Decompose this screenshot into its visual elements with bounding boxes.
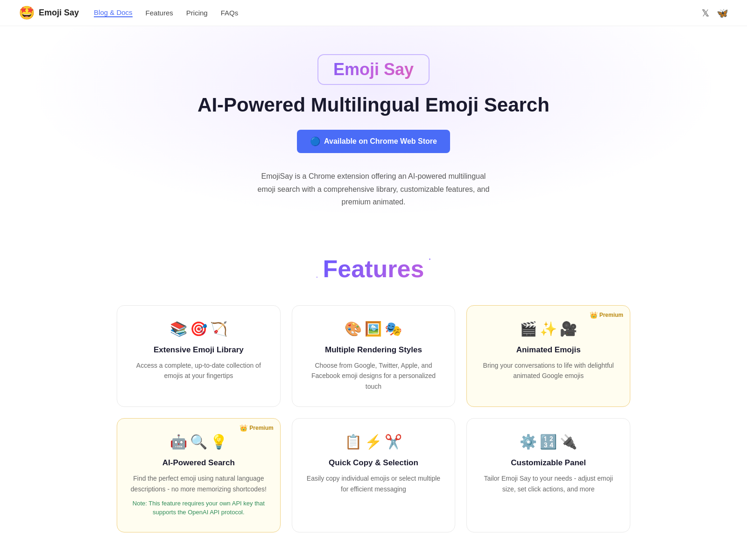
premium-star-ai-icon: 👑 [240, 424, 247, 432]
nav-link-blog[interactable]: Blog & Docs [94, 8, 133, 17]
card-customizable-panel: ⚙️ 🔢 🔌 Customizable Panel Tailor Emoji S… [466, 418, 630, 532]
card-ai-search: 👑 Premium 🤖 🔍 💡 AI-Powered Search Find t… [117, 418, 281, 532]
card-title-ai: AI-Powered Search [130, 458, 267, 468]
card-icons-ai: 🤖 🔍 💡 [130, 434, 267, 450]
logo-emoji: 🤩 [19, 5, 35, 21]
lightning-icon: ⚡ [365, 434, 382, 450]
card-note-ai: Note: This feature requires your own API… [130, 499, 267, 517]
magnify-icon: 🔍 [190, 434, 207, 450]
card-title-panel: Customizable Panel [480, 458, 617, 468]
robot-icon: 🤖 [170, 434, 187, 450]
scissors-icon: ✂️ [385, 434, 402, 450]
card-desc-ai: Find the perfect emoji using natural lan… [130, 473, 267, 494]
nav-right: 𝕏 🦋 [702, 7, 728, 19]
nav-link-faqs[interactable]: FAQs [221, 9, 239, 17]
clipboard-icon: 📋 [345, 434, 362, 450]
chrome-store-button[interactable]: 🔵 Available on Chrome Web Store [297, 130, 450, 153]
image-icon: 🖼️ [365, 321, 382, 337]
card-desc-rendering: Choose from Google, Twitter, Apple, and … [305, 360, 442, 392]
hero-badge: Emoji Say [317, 54, 430, 85]
nav-logo[interactable]: 🤩 Emoji Say [19, 5, 79, 21]
chrome-btn-label: Available on Chrome Web Store [324, 137, 437, 146]
card-title-animated: Animated Emojis [480, 345, 617, 355]
books-icon: 📚 [170, 321, 187, 337]
hero-section: Emoji Say AI-Powered Multilingual Emoji … [0, 26, 747, 227]
plugin-icon: 🔌 [560, 434, 577, 450]
card-rendering-styles: 🎨 🖼️ 🎭 Multiple Rendering Styles Choose … [292, 305, 456, 407]
features-section: Features 📚 🎯 🏹 Extensive Emoji Library A… [0, 227, 747, 551]
nav-link-features[interactable]: Features [146, 9, 173, 17]
card-icons-panel: ⚙️ 🔢 🔌 [480, 434, 617, 450]
card-icons-rendering: 🎨 🖼️ 🎭 [305, 321, 442, 337]
target-icon: 🎯 [190, 321, 207, 337]
premium-badge-ai: 👑 Premium [240, 424, 273, 432]
bluesky-icon[interactable]: 🦋 [717, 7, 728, 19]
sparkles-icon: ✨ [540, 321, 557, 337]
nav-links: Blog & Docs Features Pricing FAQs [94, 8, 238, 17]
card-desc-panel: Tailor Emoji Say to your needs - adjust … [480, 473, 617, 494]
premium-badge-animated: 👑 Premium [590, 311, 623, 319]
hero-description: EmojiSay is a Chrome extension offering … [252, 170, 495, 208]
features-grid: 📚 🎯 🏹 Extensive Emoji Library Access a c… [117, 305, 630, 532]
card-desc-library: Access a complete, up-to-date collection… [130, 360, 267, 381]
navbar: 🤩 Emoji Say Blog & Docs Features Pricing… [0, 0, 747, 26]
card-icons-copy: 📋 ⚡ ✂️ [305, 434, 442, 450]
bulb-icon: 💡 [210, 434, 227, 450]
card-desc-copy: Easily copy individual emojis or select … [305, 473, 442, 494]
nav-link-pricing[interactable]: Pricing [186, 9, 208, 17]
card-quick-copy: 📋 ⚡ ✂️ Quick Copy & Selection Easily cop… [292, 418, 456, 532]
video-icon: 🎥 [560, 321, 577, 337]
card-icons-library: 📚 🎯 🏹 [130, 321, 267, 337]
grid-icon: 🔢 [540, 434, 557, 450]
chrome-icon: 🔵 [310, 136, 320, 147]
gear-icon: ⚙️ [520, 434, 537, 450]
nav-left: 🤩 Emoji Say Blog & Docs Features Pricing… [19, 5, 238, 21]
card-desc-animated: Bring your conversations to life with de… [480, 360, 617, 381]
card-emoji-library: 📚 🎯 🏹 Extensive Emoji Library Access a c… [117, 305, 281, 407]
logo-text: Emoji Say [39, 8, 79, 18]
arrow-icon: 🏹 [210, 321, 227, 337]
clapperboard-icon: 🎬 [520, 321, 537, 337]
card-icons-animated: 🎬 ✨ 🎥 [480, 321, 617, 337]
card-title-rendering: Multiple Rendering Styles [305, 345, 442, 355]
features-heading: Features [323, 255, 424, 283]
hero-title: AI-Powered Multilingual Emoji Search [9, 93, 738, 117]
card-title-copy: Quick Copy & Selection [305, 458, 442, 468]
theater-icon: 🎭 [385, 321, 402, 337]
x-icon[interactable]: 𝕏 [702, 7, 709, 19]
card-title-library: Extensive Emoji Library [130, 345, 267, 355]
premium-star-icon: 👑 [590, 311, 598, 319]
card-animated-emojis: 👑 Premium 🎬 ✨ 🎥 Animated Emojis Bring yo… [466, 305, 630, 407]
premium-label-animated: Premium [599, 312, 623, 318]
premium-label-ai: Premium [249, 425, 273, 431]
palette-icon: 🎨 [345, 321, 362, 337]
